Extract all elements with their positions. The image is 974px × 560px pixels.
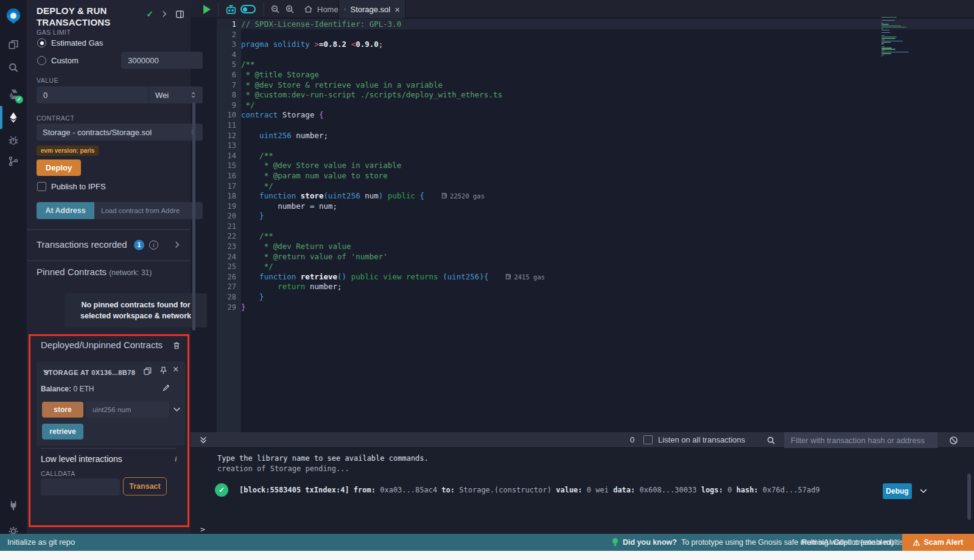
sidebar-item-debugger[interactable] [0, 130, 27, 151]
terminal-scrollbar[interactable] [967, 474, 971, 520]
pinned-contracts-title: Pinned Contracts (network: 31) [37, 267, 152, 277]
pinned-empty-line1: No pinned contracts found for [65, 299, 207, 310]
edit-balance-icon[interactable] [162, 383, 170, 392]
at-address-button[interactable]: At Address [37, 202, 94, 219]
search-icon [8, 62, 19, 73]
expand-args-icon[interactable] [173, 405, 181, 413]
retrieve-button[interactable]: retrieve [42, 424, 83, 439]
deployed-contracts-title: Deployed/Unpinned Contracts [41, 340, 163, 350]
calldata-label: CALLDATA [41, 470, 75, 477]
ai-copilot-button[interactable] [225, 0, 237, 18]
contract-selected: Storage - contracts/Storage.sol [43, 128, 152, 137]
remix-logo[interactable] [0, 5, 27, 28]
publish-ipfs-label: Publish to IPFS [51, 182, 106, 191]
copy-address-icon[interactable] [143, 366, 152, 376]
tab-home[interactable]: Home [304, 0, 338, 18]
custom-gas-radio[interactable] [37, 56, 46, 65]
store-arg-input[interactable] [86, 402, 169, 418]
git-branch-icon [8, 156, 19, 167]
deploy-button[interactable]: Deploy [37, 159, 81, 176]
expand-terminal-icon[interactable] [199, 436, 208, 444]
run-script-button[interactable] [203, 0, 211, 18]
estimated-gas-radio[interactable] [37, 38, 46, 47]
sidebar-item-git[interactable] [0, 151, 27, 172]
contract-select[interactable]: Storage - contracts/Storage.sol [37, 124, 203, 141]
calldata-input[interactable] [41, 478, 120, 495]
warning-icon: ⚠ [913, 538, 920, 547]
sidebar-item-search[interactable] [0, 57, 27, 78]
scam-alert-label: Scam Alert [923, 538, 963, 547]
remix-logo-icon [4, 7, 23, 26]
transactions-info-icon[interactable]: i [149, 240, 158, 250]
terminal: 0 Listen on all transactions Type the li… [191, 432, 974, 534]
tx-success-icon: ✓ [215, 483, 228, 497]
sidebar-item-solidity-compiler[interactable]: ✓ [0, 84, 27, 105]
terminal-search-icon[interactable] [766, 436, 776, 445]
pinned-empty-message: No pinned contracts found for selected w… [65, 293, 207, 327]
toolbar-separator [218, 2, 219, 16]
debug-button[interactable]: Debug [883, 483, 912, 499]
sidebar-item-deploy-and-run[interactable] [0, 107, 27, 128]
custom-gas-input[interactable] [121, 52, 203, 69]
listen-count: 0 [630, 435, 634, 444]
balance-row: Balance: 0 ETH [41, 385, 94, 393]
value-unit-select[interactable]: Wei [149, 86, 203, 103]
trash-icon[interactable] [172, 341, 181, 350]
icon-rail: ✓ [0, 0, 27, 534]
copilot-toggle[interactable] [240, 0, 256, 18]
low-level-info-icon[interactable]: i [175, 454, 177, 464]
editor-area: Home Storage.sol × 123456789101112131415… [191, 0, 974, 432]
close-contract-icon[interactable]: × [173, 364, 178, 375]
pin-panel-icon[interactable] [175, 10, 184, 19]
evm-version-badge: evm version: paris [37, 145, 99, 156]
value-input[interactable] [37, 86, 149, 103]
store-button[interactable]: store [42, 402, 83, 418]
pin-contract-icon[interactable] [159, 366, 168, 376]
robot-icon [225, 4, 237, 15]
filter-transactions-input[interactable] [784, 432, 937, 448]
tab-storage-sol[interactable]: Storage.sol × [338, 0, 405, 18]
sidebar-item-plugin-manager[interactable] [0, 495, 27, 516]
pinned-empty-line2: selected workspace & network [65, 310, 207, 321]
play-icon [203, 5, 211, 14]
chevron-right-icon[interactable] [161, 10, 168, 18]
tab-close-icon[interactable]: × [394, 5, 400, 14]
terminal-prompt[interactable]: > [200, 525, 205, 534]
bug-icon [8, 135, 19, 146]
updown-arrows-icon [190, 91, 197, 99]
clear-terminal-icon[interactable] [949, 436, 958, 445]
status-bar: Initialize as git repo Did you know? To … [0, 534, 974, 551]
terminal-line: Type the library name to see available c… [217, 454, 429, 463]
listen-all-label: Listen on all transactions [658, 435, 745, 444]
value-unit-selected: Wei [155, 91, 169, 100]
panel-scrollbar[interactable] [192, 102, 195, 331]
gas-limit-label: GAS LIMIT [37, 29, 71, 36]
pinned-title-text: Pinned Contracts [37, 267, 107, 277]
pinned-network-text: (network: 31) [109, 268, 152, 277]
estimated-gas-label: Estimated Gas [51, 38, 103, 47]
code-lines[interactable]: // SPDX-License-Identifier: GPL-3.0 prag… [241, 19, 545, 312]
zoom-in-button[interactable] [285, 0, 295, 18]
git-init-link[interactable]: Initialize as git repo [7, 537, 75, 547]
listen-all-checkbox[interactable] [643, 435, 653, 444]
editor-toolbar: Home Storage.sol × [191, 0, 974, 18]
toggle-knob [243, 7, 247, 12]
contract-instance-header[interactable]: STORAGE AT 0X136...8B78 [44, 369, 135, 376]
scam-alert-button[interactable]: ⚠ Scam Alert [902, 534, 974, 551]
value-label: VALUE [37, 77, 58, 84]
copilot-status[interactable]: RemixAI Copilot (enabled) [801, 537, 894, 547]
tx-expand-icon[interactable] [919, 487, 928, 495]
transactions-expand-icon[interactable] [173, 241, 181, 248]
at-address-input[interactable] [94, 202, 203, 219]
publish-ipfs-checkbox[interactable] [37, 182, 46, 191]
transaction-log-row[interactable]: ✓ [block:5583405 txIndex:4] from: 0xa03.… [215, 483, 820, 497]
sidebar-item-file-explorer[interactable] [0, 34, 27, 55]
transact-button[interactable]: Transact [123, 477, 167, 495]
browser-chrome-gap [0, 551, 974, 560]
zoom-out-button[interactable] [270, 0, 280, 18]
section-divider [27, 261, 191, 261]
file-explorer-icon [8, 39, 19, 50]
did-you-know-tip: Did you know? To prototype using the Gno… [612, 537, 950, 547]
home-icon [304, 5, 313, 13]
minimap[interactable] [881, 17, 927, 61]
